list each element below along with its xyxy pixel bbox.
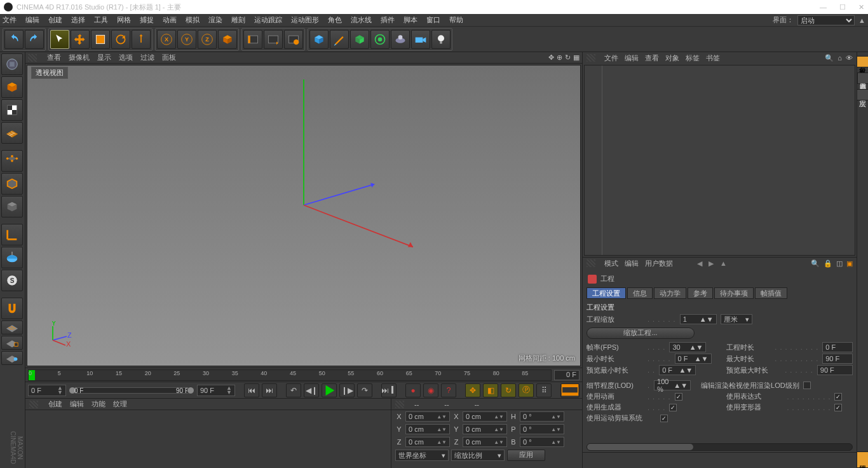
attr-pin-icon[interactable]: ▣: [846, 259, 853, 268]
menu-item[interactable]: 工具: [94, 15, 108, 25]
right-tab-objects[interactable]: 对象: [857, 56, 868, 67]
menu-item[interactable]: 角色: [328, 15, 342, 25]
edges-mode-button[interactable]: [1, 173, 23, 195]
scale-mode-dropdown[interactable]: 缩放比例▾: [451, 450, 505, 461]
menu-item[interactable]: 渲染: [208, 15, 222, 25]
attr-menu-item[interactable]: 模式: [604, 259, 618, 267]
attr-menu-item[interactable]: 用户数据: [645, 259, 673, 267]
use-motion-checkbox[interactable]: ✓: [660, 415, 668, 422]
keyframe-help-button[interactable]: ?: [441, 383, 456, 397]
menu-item[interactable]: 运动跟踪: [254, 15, 282, 25]
layout-lock-icon[interactable]: ▲: [858, 17, 865, 24]
project-length-field[interactable]: 0 F: [822, 342, 853, 352]
menu-item[interactable]: 创建: [48, 15, 62, 25]
layout-dropdown[interactable]: 启动: [797, 15, 855, 25]
prev-frame-button[interactable]: ◀❙: [304, 383, 319, 397]
key-pla-button[interactable]: ⠿: [536, 383, 552, 397]
menu-item[interactable]: 运动图形: [291, 15, 319, 25]
rotate-tool[interactable]: [111, 30, 130, 49]
close-button[interactable]: ✕: [858, 3, 864, 11]
redo-button[interactable]: [25, 30, 44, 49]
right-tab-attributes[interactable]: 属性: [857, 451, 868, 468]
lod-checkbox[interactable]: [803, 382, 811, 389]
select-tool[interactable]: [50, 30, 69, 49]
timeline-current-frame[interactable]: 0 F: [554, 370, 580, 380]
attr-menu-item[interactable]: 编辑: [625, 259, 639, 267]
material-menu-item[interactable]: 创建: [48, 400, 62, 408]
attr-tab[interactable]: 帧插值: [755, 287, 787, 299]
size-Z-field[interactable]: 0 cm▲▼: [463, 437, 507, 447]
attr-scrollbar[interactable]: [587, 443, 853, 451]
menu-item[interactable]: 捕捉: [140, 15, 154, 25]
view-menu-item[interactable]: 查看: [47, 53, 61, 61]
attr-tab[interactable]: 参考: [688, 287, 713, 299]
menu-item[interactable]: 网格: [117, 15, 131, 25]
generator-button[interactable]: [350, 30, 369, 49]
goto-start-button[interactable]: ⏮: [244, 383, 259, 397]
max-length-field[interactable]: 90 F: [822, 354, 853, 364]
attr-tab[interactable]: 动力学: [654, 287, 686, 299]
workplane-snap-button[interactable]: [1, 320, 23, 334]
animation-mode-button[interactable]: [560, 383, 580, 397]
view-move-icon[interactable]: ✥: [548, 53, 554, 62]
timeline[interactable]: 051015202530354045505560657075808590 0 F: [25, 368, 582, 382]
view-layout-icon[interactable]: ▦: [573, 53, 580, 62]
attr-tab[interactable]: 工程设置: [587, 287, 626, 299]
key-param-button[interactable]: Ⓟ: [519, 383, 534, 397]
right-tab-content[interactable]: 内容浏览器: [857, 72, 869, 84]
rot-H-field[interactable]: 0 °▲▼: [520, 411, 564, 422]
autokey-button[interactable]: ◉: [423, 383, 438, 397]
lock-workplane-button[interactable]: [1, 336, 23, 350]
undo-button[interactable]: [4, 30, 24, 49]
planar-workplane-button[interactable]: [1, 351, 23, 365]
project-scale-field[interactable]: 1▲▼: [680, 314, 717, 324]
view-rotate-icon[interactable]: ↻: [565, 53, 571, 62]
workplane-button[interactable]: [1, 122, 23, 144]
apply-button[interactable]: 应用: [507, 450, 545, 461]
polygons-mode-button[interactable]: [1, 196, 23, 217]
view-menu-item[interactable]: 选项: [119, 53, 133, 61]
pos-Y-field[interactable]: 0 cm▲▼: [405, 424, 450, 434]
eye-icon[interactable]: 👁: [846, 54, 853, 62]
tweak-mode-button[interactable]: [1, 247, 23, 268]
move-tool[interactable]: [71, 30, 90, 49]
record-button[interactable]: ●: [405, 383, 421, 397]
material-menu-item[interactable]: 纹理: [113, 400, 127, 408]
view-menu-item[interactable]: 摄像机: [69, 53, 90, 61]
render-view-button[interactable]: [243, 30, 262, 49]
menu-item[interactable]: 插件: [381, 15, 395, 25]
nav-fwd-icon[interactable]: ▶: [709, 259, 714, 268]
menu-item[interactable]: 文件: [3, 15, 17, 25]
y-axis-lock[interactable]: Y: [177, 30, 196, 49]
goto-next-button[interactable]: ⏭❙: [381, 383, 397, 397]
coord-system-dropdown[interactable]: 世界坐标▾: [395, 450, 449, 461]
light-button[interactable]: [431, 30, 451, 49]
obj-menu-item[interactable]: 文件: [604, 54, 618, 62]
scale-project-button[interactable]: 缩放工程...: [587, 327, 695, 339]
project-scale-unit-dropdown[interactable]: 厘米▾: [721, 314, 752, 324]
attr-lock-icon[interactable]: 🔒: [824, 259, 832, 268]
size-Y-field[interactable]: 0 cm▲▼: [463, 424, 507, 434]
obj-menu-item[interactable]: 书签: [706, 54, 720, 62]
coord-system-button[interactable]: [218, 30, 237, 49]
primitive-cube-button[interactable]: [309, 30, 329, 49]
attr-tab[interactable]: 信息: [627, 287, 653, 299]
right-tab-layers[interactable]: 层次: [857, 89, 868, 100]
prev-key-button[interactable]: ↶: [286, 383, 301, 397]
maximize-button[interactable]: ☐: [839, 3, 846, 11]
magnet-snap-button[interactable]: [1, 298, 23, 319]
menu-item[interactable]: 模拟: [186, 15, 200, 25]
model-mode-button[interactable]: [1, 76, 23, 98]
obj-menu-item[interactable]: 查看: [645, 54, 659, 62]
end-frame-field[interactable]: 90 F▲▼: [197, 385, 235, 396]
goto-end-button[interactable]: ⏭: [262, 383, 277, 397]
pos-X-field[interactable]: 0 cm▲▼: [405, 411, 450, 422]
x-axis-lock[interactable]: X: [157, 30, 176, 49]
points-mode-button[interactable]: [1, 150, 23, 172]
attr-tab[interactable]: 待办事项: [714, 287, 754, 299]
size-X-field[interactable]: 0 cm▲▼: [463, 411, 507, 422]
scale-tool[interactable]: [91, 30, 110, 49]
lod-field[interactable]: 100 %▲▼: [654, 380, 691, 390]
menu-item[interactable]: 选择: [71, 15, 85, 25]
use-deformers-checkbox[interactable]: ✓: [834, 404, 842, 411]
